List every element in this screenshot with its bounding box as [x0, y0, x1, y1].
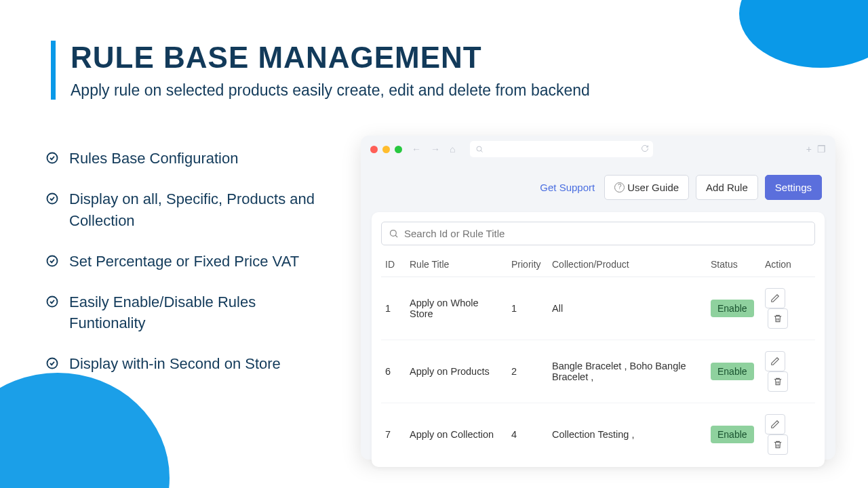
cell-priority: 4 — [507, 403, 548, 466]
col-title: Rule Title — [406, 252, 507, 277]
trash-icon — [773, 314, 783, 323]
svg-point-5 — [477, 146, 481, 151]
page-header: RULE BASE MANAGEMENT Apply rule on selec… — [51, 41, 590, 100]
pencil-icon — [770, 357, 780, 366]
trash-icon — [773, 440, 783, 449]
new-tab-icon[interactable]: + — [806, 144, 812, 155]
svg-point-6 — [391, 230, 397, 237]
user-guide-button[interactable]: ? User Guide — [604, 175, 689, 200]
cell-priority: 1 — [507, 277, 548, 340]
edit-button[interactable] — [765, 414, 785, 434]
feature-item: Display on all, Specific, Products and C… — [46, 188, 331, 232]
trash-icon — [773, 377, 783, 386]
cell-status: Enable — [707, 403, 761, 466]
cell-action — [761, 403, 815, 466]
cell-id: 1 — [381, 277, 406, 340]
browser-titlebar: ← → ⌂ + ❐ — [361, 136, 835, 163]
edit-button[interactable] — [765, 288, 785, 308]
decoration-blob-top-right — [739, 0, 868, 68]
feature-text: Display with-in Second on Store — [69, 353, 281, 375]
delete-button[interactable] — [768, 308, 788, 329]
settings-button[interactable]: Settings — [765, 175, 822, 200]
col-action: Action — [761, 252, 815, 277]
delete-button[interactable] — [768, 371, 788, 392]
status-badge: Enable — [711, 363, 754, 380]
checkmark-icon — [46, 152, 58, 164]
col-collection: Collection/Product — [548, 252, 707, 277]
help-icon: ? — [614, 182, 625, 192]
user-guide-label: User Guide — [627, 182, 679, 193]
edit-button[interactable] — [765, 351, 785, 371]
page-subtitle: Apply rule on selected products easily c… — [71, 81, 590, 100]
rules-card: ID Rule Title Priority Collection/Produc… — [372, 212, 825, 467]
cell-action — [761, 277, 815, 340]
forward-icon[interactable]: → — [431, 144, 440, 155]
status-badge: Enable — [711, 300, 754, 317]
cell-status: Enable — [707, 340, 761, 403]
table-row: 6 Apply on Products 2 Bangle Bracelet , … — [381, 340, 815, 403]
feature-list: Rules Base Configuration Display on all,… — [46, 148, 331, 394]
checkmark-icon — [46, 357, 58, 369]
feature-item: Easily Enable/Disable Rules Funtionality — [46, 291, 331, 335]
col-status: Status — [707, 252, 761, 277]
feature-item: Display with-in Second on Store — [46, 353, 331, 375]
col-id: ID — [381, 252, 406, 277]
back-icon[interactable]: ← — [412, 144, 421, 155]
cell-status: Enable — [707, 277, 761, 340]
table-row: 1 Apply on Whole Store 1 All Enable — [381, 277, 815, 340]
cell-action — [761, 340, 815, 403]
search-icon — [389, 228, 399, 239]
maximize-icon[interactable] — [395, 146, 402, 153]
cell-id: 7 — [381, 403, 406, 466]
cell-collection: Collection Testing , — [548, 403, 707, 466]
feature-item: Rules Base Configuration — [46, 148, 331, 169]
copy-icon[interactable]: ❐ — [817, 144, 826, 155]
feature-item: Set Percentage or Fixed Price VAT — [46, 251, 331, 272]
get-support-link[interactable]: Get Support — [540, 182, 595, 193]
checkmark-icon — [46, 192, 58, 205]
cell-collection: All — [548, 277, 707, 340]
browser-window: ← → ⌂ + ❐ Get Support ? User Guide Add R… — [361, 136, 835, 460]
table-row: 7 Apply on Collection 4 Collection Testi… — [381, 403, 815, 466]
window-controls — [370, 146, 402, 153]
cell-priority: 2 — [507, 340, 548, 403]
app-toolbar: Get Support ? User Guide Add Rule Settin… — [361, 163, 835, 212]
search-wrapper — [381, 222, 815, 245]
cell-title: Apply on Whole Store — [406, 277, 507, 340]
url-bar[interactable] — [470, 141, 653, 157]
close-icon[interactable] — [370, 146, 378, 153]
pencil-icon — [770, 293, 780, 303]
rules-table: ID Rule Title Priority Collection/Produc… — [381, 252, 815, 466]
cell-title: Apply on Products — [406, 340, 507, 403]
col-priority: Priority — [507, 252, 548, 277]
feature-text: Easily Enable/Disable Rules Funtionality — [69, 291, 331, 335]
refresh-icon[interactable] — [641, 143, 649, 155]
home-icon[interactable]: ⌂ — [450, 144, 455, 155]
checkmark-icon — [46, 255, 58, 267]
status-badge: Enable — [711, 426, 754, 443]
search-input[interactable] — [404, 228, 808, 239]
page-title: RULE BASE MANAGEMENT — [71, 41, 590, 75]
cell-id: 6 — [381, 340, 406, 403]
feature-text: Display on all, Specific, Products and C… — [69, 188, 331, 232]
pencil-icon — [770, 420, 780, 429]
checkmark-icon — [46, 296, 58, 308]
cell-title: Apply on Collection — [406, 403, 507, 466]
feature-text: Rules Base Configuration — [69, 148, 238, 169]
search-icon — [475, 145, 484, 153]
add-rule-button[interactable]: Add Rule — [696, 175, 758, 200]
feature-text: Set Percentage or Fixed Price VAT — [69, 251, 299, 272]
minimize-icon[interactable] — [382, 146, 390, 153]
delete-button[interactable] — [768, 434, 788, 455]
cell-collection: Bangle Bracelet , Boho Bangle Bracelet , — [548, 340, 707, 403]
